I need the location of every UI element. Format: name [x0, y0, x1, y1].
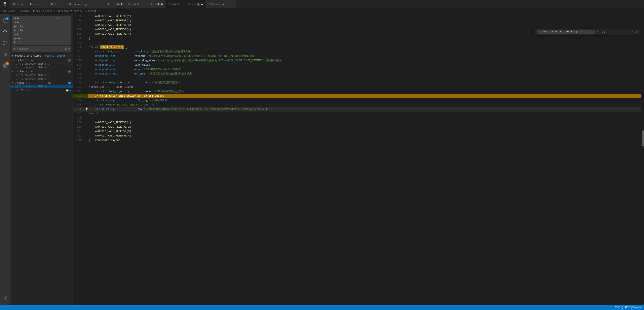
svg-point-6 — [4, 44, 4, 45]
file-path: com... — [28, 71, 36, 73]
code-line-605: 605 /* rq "owned" by this entity/group: … — [73, 103, 644, 107]
tab-dot — [201, 4, 203, 5]
result-group-header[interactable]: ▼ C sched.h com... 2 — [10, 59, 72, 62]
activity-run[interactable] — [0, 49, 10, 60]
tab-binder-alloc[interactable]: C binder_alloc.h — [206, 0, 236, 9]
svg-line-3 — [6, 33, 8, 34]
file-lang-icon: C — [15, 59, 16, 62]
code-line-602: 602 struct sched_rt_entity *parent;//指向调… — [73, 89, 644, 94]
code-line-594: 594 unsigned long timeout;//记录该调度实体的运行次数… — [73, 54, 644, 58]
scrollbar-thumb[interactable] — [642, 130, 644, 147]
tab-bar: Welcome C memory.c C main.c C i2c-msm-ge… — [0, 0, 644, 9]
result-group-2: ▼ C sched.h com... 2 /* rq on which this… — [10, 70, 72, 81]
breadcrumb: msm-kernel › include › linux › C sched.h… — [0, 9, 644, 14]
breadcrumb-part[interactable]: linux — [33, 10, 40, 13]
replace-all-icon[interactable]: ≡ — [68, 47, 70, 51]
breadcrumb-part[interactable]: msm-kernel — [2, 10, 16, 13]
tab-lang-icon-sm: C — [43, 10, 44, 13]
activity-extensions[interactable]: 1 — [0, 60, 10, 71]
replace-add-icon[interactable]: ⊞ — [65, 47, 67, 51]
find-close-btn[interactable]: ✕ — [631, 30, 634, 34]
activity-badge: 5 — [6, 17, 9, 20]
close-icon[interactable]: ✕ — [70, 89, 71, 92]
match-case-btn[interactable]: Aa — [55, 17, 60, 21]
activity-files[interactable]: 5 — [0, 15, 10, 26]
search-sidebar: whichthisentityis (tobe)queued: */ Aa ab… — [10, 14, 73, 305]
search-panel: whichthisentityis (tobe)queued: */ Aa ab… — [10, 14, 72, 53]
tab-dot — [121, 4, 122, 5]
code-line-586: 586 ANDROID_KABI_RESERVE(2); — [73, 19, 644, 23]
code-line-604: 604 struct rt_rq *rt_rq;//所属实时队列 — [73, 98, 644, 103]
file-path: com... — [28, 59, 36, 62]
result-group-header[interactable]: ▼ C sched.h... 3 2 — [10, 81, 72, 85]
regex-btn[interactable]: .* — [66, 17, 70, 21]
tab-memory-c[interactable]: C memory.c — [27, 0, 48, 9]
code-line-600: 600 struct sched_rt_entity *back;//指向最顶层… — [73, 81, 644, 85]
code-editor[interactable]: 585 ANDROID_KABI_RESERVE(1); 586 ANDROID… — [73, 14, 644, 305]
code-line-596: 596 unsigned int time_slice; — [73, 63, 644, 67]
result-item-active[interactable]: /* rq on which this e... — [10, 85, 72, 88]
result-text: /* rq on which this e... — [16, 78, 71, 80]
breadcrumb-part[interactable]: parent — [88, 10, 96, 13]
breadcrumb-part[interactable]: include — [20, 10, 30, 13]
tab-welcome[interactable]: Welcome — [10, 0, 27, 9]
result-item[interactable]: /* rq on which this e... — [10, 74, 72, 77]
find-count: 1 of 1 — [614, 30, 623, 33]
activity-search[interactable] — [0, 27, 10, 37]
search-input-container[interactable]: whichthisentityis (tobe)queued: */ Aa ab… — [12, 16, 71, 45]
open-in-editor-link[interactable]: Open in editor — [45, 55, 65, 57]
code-line-593: 593 struct list_head run_list;//通过此节点可以加… — [73, 50, 644, 54]
find-input[interactable] — [538, 30, 594, 34]
code-line-613: 613 } __randomize_layout; — [73, 138, 644, 143]
tab-label: memory.c — [33, 3, 45, 6]
svg-point-15 — [4, 297, 6, 298]
chevron-down-icon: ▼ — [12, 59, 14, 62]
find-prev-btn[interactable]: ↑ — [624, 30, 626, 34]
save-icon[interactable]: 💾 — [66, 89, 69, 92]
svg-point-2 — [4, 30, 6, 33]
tab-i2c[interactable]: C i2c-msm-geni.c — [66, 0, 97, 9]
code-line-590: 590 }; — [73, 36, 644, 41]
find-next-btn[interactable]: ↓ — [628, 30, 630, 34]
breadcrumb-part[interactable]: sched_rt_entity — [61, 10, 82, 13]
tab-main-c[interactable]: C main.c — [48, 0, 66, 9]
find-more-btn[interactable]: ⋮ — [635, 30, 638, 34]
code-line-603-highlighted: 603 /* rq on which this entity is (to be… — [73, 94, 644, 98]
svg-rect-13 — [4, 65, 6, 68]
find-match-case[interactable]: Aa — [596, 30, 600, 34]
tab-label: sched.h — [131, 3, 142, 6]
result-text: /* rq w... — [16, 89, 64, 92]
lightbulb-icon[interactable]: 💡 — [85, 107, 88, 112]
result-item[interactable]: /* rq w... 💾 ✕ — [10, 88, 72, 92]
result-item[interactable]: /* rq on which this e... — [10, 62, 72, 66]
whole-word-btn[interactable]: ab — [60, 17, 65, 21]
find-regex[interactable]: .* — [608, 30, 613, 34]
code-line-592: 592 struct sched_rt_entity { — [73, 45, 644, 50]
result-item[interactable]: /* rq on which this e... — [10, 66, 72, 70]
result-group-header[interactable]: ▼ C sched.h com... 2 — [10, 70, 72, 74]
find-whole-word[interactable]: ab̲ — [601, 30, 607, 34]
activity-settings[interactable] — [0, 293, 10, 303]
results-menu-icon[interactable]: ··· — [66, 55, 71, 57]
file-name: sched.h... — [17, 82, 32, 84]
replace-input-container[interactable]: Replace ⊞ ≡ — [12, 46, 71, 52]
tab-sched-h-1[interactable]: C sched.h .../sched 5 — [126, 0, 166, 9]
code-line-608: 608 — [73, 116, 644, 120]
tab-lang-icon: C — [69, 3, 71, 6]
svg-rect-11 — [3, 65, 4, 67]
result-text: /* rq on which this e... — [16, 74, 71, 77]
tab-label: i2c-msm-geni.c — [72, 3, 94, 6]
activity-bar: 5 — [0, 14, 10, 305]
breadcrumb-part[interactable]: sched.h — [45, 10, 55, 13]
tab-sched-h-2[interactable]: C sched.h .../linux 3 — [166, 0, 206, 9]
result-group-1: ▼ C sched.h com... 2 /* rq on which this… — [10, 59, 72, 70]
file-name: sched.h — [17, 70, 27, 73]
tab-binder-c[interactable]: C binder.c 3 — [97, 0, 126, 9]
find-toggle-icon[interactable]: › — [536, 30, 537, 33]
activity-source-control[interactable] — [0, 38, 10, 48]
result-item[interactable]: /* rq on which this e... — [10, 77, 72, 81]
tab-label: binder_alloc.h — [211, 3, 233, 6]
code-line-612: 612 ANDROID_KABI_RESERVE(4); — [73, 134, 644, 138]
scrollbar[interactable] — [641, 14, 644, 305]
file-name: sched.h — [17, 59, 27, 62]
